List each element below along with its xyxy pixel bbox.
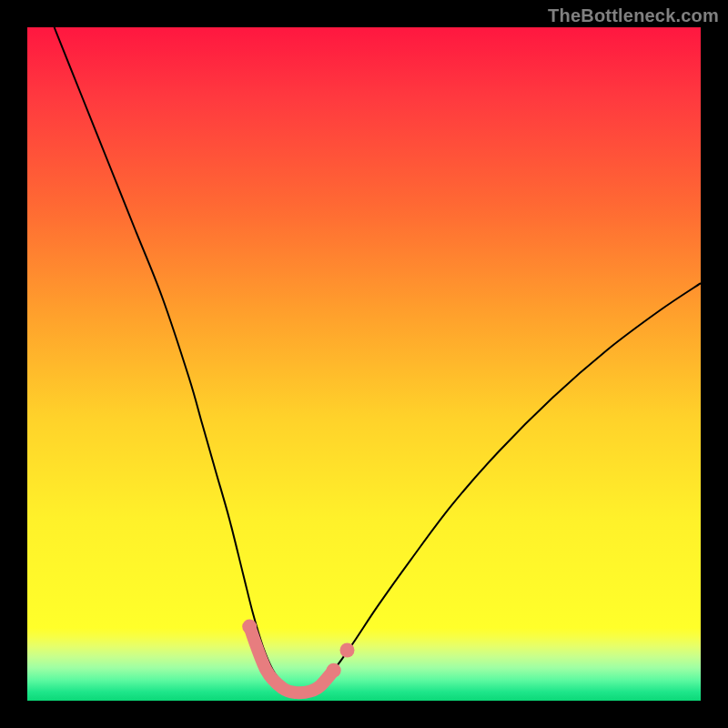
outer-frame: TheBottleneck.com [0,0,728,728]
watermark-text: TheBottleneck.com [548,5,719,26]
plot-area [27,27,701,701]
curves-svg [27,27,701,701]
highlight-dot [242,620,257,634]
right-curve [297,283,701,693]
left-curve [55,27,297,693]
highlight-dot [340,643,355,658]
highlight-dot [327,663,341,678]
bottleneck-highlight [249,627,334,693]
